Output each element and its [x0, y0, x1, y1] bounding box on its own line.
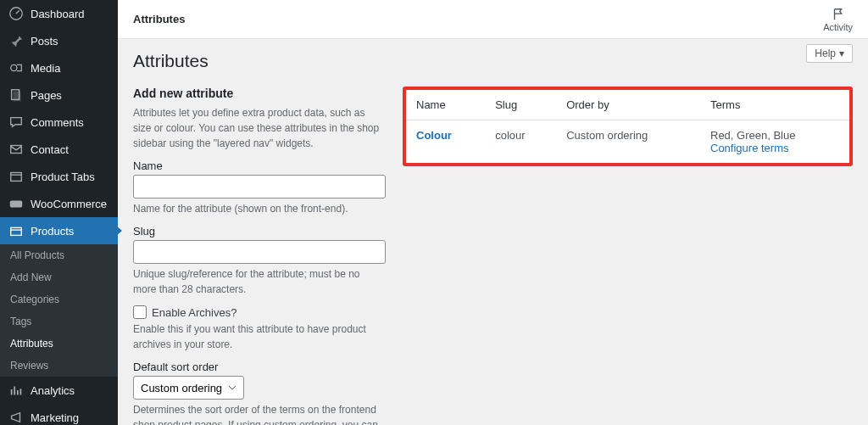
activity-button[interactable]: Activity: [823, 7, 853, 32]
attributes-table: Name Slug Order by Terms Colour colour: [406, 90, 849, 163]
sidebar-item-label: Product Tabs: [31, 171, 95, 183]
help-button[interactable]: Help▾: [806, 44, 853, 63]
help-label: Help: [815, 48, 836, 59]
enable-archives-label: Enable Archives?: [152, 306, 236, 319]
sidebar-item-label: Dashboard: [31, 8, 85, 20]
attributes-table-highlight: Name Slug Order by Terms Colour colour: [403, 87, 853, 166]
sidebar-item-product-tabs[interactable]: Product Tabs: [0, 163, 118, 190]
products-icon: [8, 223, 24, 238]
main-area: Attributes Activity Help▾ Attributes Add…: [118, 0, 868, 425]
table-row: Colour colour Custom ordering Red, Green…: [406, 120, 849, 164]
sort-order-select[interactable]: Custom ordering: [133, 376, 244, 400]
sidebar-item-woocommerce[interactable]: WooCommerce: [0, 190, 118, 217]
svg-rect-7: [11, 227, 22, 235]
attribute-terms: Red, Green, Blue: [710, 129, 795, 142]
mail-icon: [8, 142, 24, 157]
attribute-order: Custom ordering: [556, 120, 700, 164]
name-input[interactable]: [133, 175, 386, 199]
archives-description: Enable this if you want this attribute t…: [133, 322, 386, 352]
name-label: Name: [133, 159, 386, 172]
svg-point-1: [11, 64, 17, 70]
sidebar-item-label: Marketing: [31, 411, 79, 424]
sidebar-item-label: WooCommerce: [31, 198, 107, 210]
svg-rect-5: [11, 173, 22, 182]
page-content: Help▾ Attributes Add new attribute Attri…: [118, 39, 868, 425]
svg-rect-4: [11, 146, 22, 154]
sidebar-item-label: Posts: [31, 35, 58, 48]
submenu-attributes[interactable]: Attributes: [0, 333, 118, 355]
attribute-name-link[interactable]: Colour: [416, 129, 452, 142]
sidebar-submenu: All Products Add New Categories Tags Att…: [0, 244, 118, 377]
sidebar-item-media[interactable]: Media: [0, 54, 118, 81]
add-attribute-form: Add new attribute Attributes let you def…: [133, 87, 386, 425]
svg-rect-6: [10, 200, 22, 207]
configure-terms-link[interactable]: Configure terms: [710, 142, 788, 154]
top-bar: Attributes Activity: [118, 0, 868, 39]
submenu-all-products[interactable]: All Products: [0, 244, 118, 266]
submenu-categories[interactable]: Categories: [0, 288, 118, 310]
submenu-reviews[interactable]: Reviews: [0, 355, 118, 377]
analytics-icon: [8, 383, 24, 398]
svg-rect-3: [13, 92, 20, 102]
enable-archives-checkbox[interactable]: [133, 305, 147, 319]
sidebar-item-label: Pages: [31, 89, 62, 102]
chevron-down-icon: ▾: [839, 48, 844, 59]
col-slug: Slug: [485, 90, 556, 120]
sidebar-item-label: Analytics: [31, 384, 75, 397]
dashboard-icon: [8, 6, 24, 21]
sidebar-item-label: Media: [31, 62, 60, 75]
sort-order-label: Default sort order: [133, 361, 386, 373]
tabs-icon: [8, 169, 24, 184]
activity-label: Activity: [823, 22, 853, 32]
slug-label: Slug: [133, 225, 386, 238]
sidebar-item-dashboard[interactable]: Dashboard: [0, 0, 118, 27]
col-terms: Terms: [700, 90, 849, 120]
slug-description: Unique slug/reference for the attribute;…: [133, 266, 386, 297]
attribute-slug: colour: [485, 120, 556, 164]
submenu-tags[interactable]: Tags: [0, 310, 118, 333]
sort-description: Determines the sort order of the terms o…: [133, 402, 386, 425]
submenu-add-new[interactable]: Add New: [0, 266, 118, 288]
col-name: Name: [406, 90, 485, 120]
form-description: Attributes let you define extra product …: [133, 105, 386, 151]
woocommerce-icon: [8, 196, 24, 211]
sidebar-item-comments[interactable]: Comments: [0, 109, 118, 136]
page-title: Attributes: [133, 51, 853, 71]
topbar-title: Attributes: [133, 13, 185, 25]
col-order: Order by: [556, 90, 700, 120]
megaphone-icon: [8, 410, 24, 425]
sidebar-item-label: Contact: [31, 143, 69, 156]
sidebar-item-products[interactable]: Products: [0, 217, 118, 244]
flag-icon: [831, 7, 846, 22]
sidebar-item-pages[interactable]: Pages: [0, 81, 118, 109]
pin-icon: [8, 33, 24, 48]
sidebar-item-analytics[interactable]: Analytics: [0, 377, 118, 404]
comment-icon: [8, 115, 24, 130]
sidebar-item-label: Products: [31, 225, 74, 238]
name-description: Name for the attribute (shown on the fro…: [133, 201, 386, 216]
admin-sidebar: Dashboard Posts Media Pages Comments Con…: [0, 0, 118, 425]
slug-input[interactable]: [133, 240, 386, 264]
media-icon: [8, 60, 24, 75]
sidebar-item-label: Comments: [31, 116, 84, 129]
page-icon: [8, 87, 24, 103]
sidebar-item-posts[interactable]: Posts: [0, 27, 118, 54]
form-title: Add new attribute: [133, 87, 386, 100]
sidebar-item-marketing[interactable]: Marketing: [0, 404, 118, 425]
sidebar-item-contact[interactable]: Contact: [0, 136, 118, 163]
